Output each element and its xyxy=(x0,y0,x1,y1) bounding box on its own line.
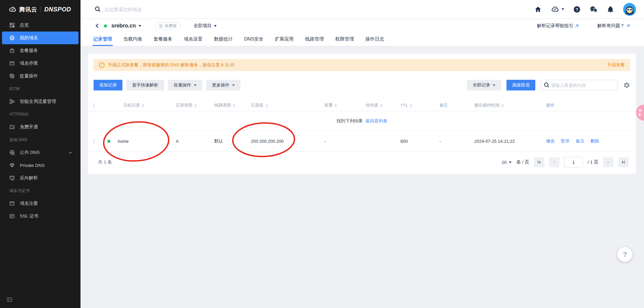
tab-statistics[interactable]: 数据统计 xyxy=(213,33,233,46)
sidebar-item-igtm[interactable]: 智能全局流量管理 xyxy=(2,95,78,108)
notifications-button[interactable] xyxy=(607,6,614,13)
record-search-box[interactable] xyxy=(541,80,618,90)
help-button[interactable]: ? xyxy=(573,6,581,13)
upgrade-plan-link[interactable]: 升级套餐 xyxy=(607,62,625,68)
top-bar: ? xyxy=(80,0,644,19)
avatar[interactable] xyxy=(623,3,636,16)
sidebar-item-domain-parking[interactable]: 域名停靠 xyxy=(2,57,78,70)
search-icon xyxy=(544,82,550,88)
domain-name[interactable]: srebro.cn xyxy=(111,23,136,29)
page-size-dropdown[interactable]: 20 xyxy=(501,160,512,165)
chevron-down-icon[interactable] xyxy=(139,25,141,27)
project-selector[interactable]: 全部项目 xyxy=(194,23,217,29)
cloud-icon xyxy=(551,6,559,13)
back-to-list-link[interactable]: 返回原列表 xyxy=(366,118,387,124)
tab-plan-service[interactable]: 套餐服务 xyxy=(153,33,173,46)
sort-icon xyxy=(501,104,503,107)
external-link-icon xyxy=(575,24,579,28)
column-header-type[interactable]: 记录类型 xyxy=(176,103,214,108)
language-switch-tab[interactable]: 中 A xyxy=(636,105,644,121)
plan-badge[interactable]: 免费版 xyxy=(155,22,181,30)
collapse-icon xyxy=(6,297,13,303)
column-header-line[interactable]: 线路类型 xyxy=(214,103,251,108)
record-filter-dropdown[interactable]: 全部记录 xyxy=(467,80,501,90)
row-checkbox[interactable] xyxy=(94,138,94,144)
pause-link[interactable]: 暂停 xyxy=(561,138,570,144)
sort-icon xyxy=(266,104,268,107)
next-page-button[interactable] xyxy=(603,157,613,167)
last-page-button[interactable] xyxy=(618,157,629,167)
sidebar-item-label: 反向解析 xyxy=(20,175,38,181)
sidebar-item-overview[interactable]: 总览 xyxy=(2,19,78,32)
sidebar-item-plans[interactable]: 套餐服务 xyxy=(2,44,78,57)
bell-icon xyxy=(607,6,614,13)
add-record-button[interactable]: 添加记录 xyxy=(94,80,122,90)
column-header-host[interactable]: 主机记录 xyxy=(107,103,176,108)
tab-record-management[interactable]: 记录管理 xyxy=(93,33,113,46)
page-number-input[interactable] xyxy=(564,157,583,168)
column-header-value[interactable]: 记录值 xyxy=(251,103,324,108)
global-search-input[interactable] xyxy=(104,7,245,12)
sidebar-item-reverse-dns[interactable]: 反向解析 xyxy=(2,172,78,184)
global-search[interactable] xyxy=(95,6,534,12)
column-label: 记录类型 xyxy=(176,103,193,108)
console-switcher[interactable] xyxy=(551,6,564,13)
tab-permissions[interactable]: 权限管理 xyxy=(335,33,355,46)
gear-icon[interactable] xyxy=(623,82,630,89)
result-found-text: 找到下列结果 xyxy=(337,118,363,124)
batch-operation-dropdown[interactable]: 批量操作 xyxy=(168,80,202,90)
first-page-button[interactable] xyxy=(534,157,544,167)
help-guide-link[interactable]: 解析记录帮助指引 xyxy=(537,23,579,29)
plan-badge-label: 免费版 xyxy=(165,23,177,29)
tab-operation-logs[interactable]: 操作日志 xyxy=(365,33,385,46)
sidebar-item-batch-operations[interactable]: 批量操作 xyxy=(2,70,78,82)
sort-icon xyxy=(233,104,235,107)
external-link-icon xyxy=(626,24,630,28)
home-button[interactable] xyxy=(534,6,542,13)
remark-link[interactable]: 备注 xyxy=(576,138,584,144)
delete-link[interactable]: 删除 xyxy=(590,138,599,144)
tab-domain-settings[interactable]: 域名设置 xyxy=(183,33,203,46)
tab-extensions[interactable]: 扩展应用 xyxy=(274,33,294,46)
certificate-icon xyxy=(9,213,15,219)
help-float-button[interactable]: ? xyxy=(618,247,632,262)
sidebar: 腾讯云 DNSPOD 总览 我的域名 套餐服务 域名停靠 批量操作 IGTM 智… xyxy=(0,0,80,308)
cell-ttl: 600 xyxy=(400,139,439,144)
upgrade-banner: i 升级正式版套餐，获得更极致的 DNS 解析服务，最低仅需 8 元/月 升级套… xyxy=(94,59,630,71)
upgrade-banner-text: 升级正式版套餐，获得更极致的 DNS 解析服务，最低仅需 8 元/月 xyxy=(108,62,235,68)
sidebar-group-igtm: IGTM xyxy=(0,82,80,95)
info-icon: i xyxy=(99,62,105,68)
resolution-problem-link[interactable]: 解析有问题？ xyxy=(597,23,630,29)
sidebar-item-my-domains[interactable]: 我的域名 xyxy=(2,32,78,44)
sidebar-item-public-dns[interactable]: 公共 DNS xyxy=(2,146,78,159)
help-float-label: ? xyxy=(623,251,627,258)
select-all-checkbox[interactable] xyxy=(94,103,94,108)
sidebar-collapse-button[interactable] xyxy=(6,297,13,304)
search-icon xyxy=(95,6,101,12)
prev-page-button[interactable] xyxy=(549,157,559,167)
edit-link[interactable]: 修改 xyxy=(546,138,555,144)
sidebar-item-ssl-certificates[interactable]: SSL 证书 xyxy=(2,210,78,223)
column-header-ttl[interactable]: TTL xyxy=(400,103,439,108)
table-row: home A 默认 200.200.200.200 - 600 - 2024-0… xyxy=(88,131,636,152)
wechat-button[interactable] xyxy=(590,6,598,13)
more-operations-dropdown[interactable]: 更多操作 xyxy=(206,80,240,90)
back-button[interactable] xyxy=(95,23,100,28)
sidebar-item-domain-registration[interactable]: 域名注册 xyxy=(2,197,78,210)
quick-resolution-button[interactable]: 新手快速解析 xyxy=(126,80,164,90)
sidebar-item-label: 免费开通 xyxy=(20,124,38,130)
tab-load-balancing[interactable]: 负载均衡 xyxy=(123,33,143,46)
column-header-priority[interactable]: 优先级 xyxy=(366,103,400,108)
sort-icon xyxy=(335,104,337,107)
advanced-filter-button[interactable]: 高级筛选 xyxy=(506,80,535,90)
sidebar-item-httpdns-free[interactable]: 免费开通 xyxy=(2,121,78,133)
record-search-input[interactable] xyxy=(551,83,615,88)
sidebar-item-label: 批量操作 xyxy=(20,73,38,79)
total-count: 共 1 条 xyxy=(98,159,112,165)
sidebar-item-private-dns[interactable]: Private DNS xyxy=(2,159,78,172)
tab-line-management[interactable]: 线路管理 xyxy=(305,33,325,46)
column-header-updated[interactable]: 最后操作时间 xyxy=(474,103,546,108)
tab-dns-security[interactable]: DNS安全 xyxy=(244,33,264,46)
brand-logo[interactable]: 腾讯云 DNSPOD xyxy=(0,0,80,19)
column-header-weight[interactable]: 权重 xyxy=(324,103,366,108)
